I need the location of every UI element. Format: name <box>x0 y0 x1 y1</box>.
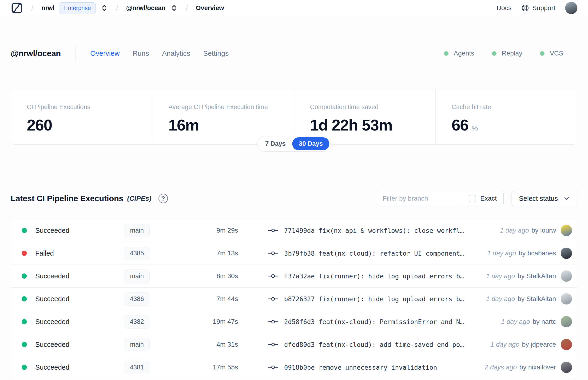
author-avatar <box>561 293 572 304</box>
author-avatar <box>561 270 572 282</box>
nx-cloud-logo-icon[interactable] <box>11 2 23 14</box>
user-avatar[interactable] <box>565 2 577 14</box>
branch-badge[interactable]: 4386 <box>124 292 150 306</box>
docs-link[interactable]: Docs <box>496 4 512 12</box>
branch-filter-input[interactable] <box>376 191 462 206</box>
author-avatar <box>561 362 572 373</box>
stat-value: 16m <box>168 116 287 134</box>
author-label: by bcabanes <box>519 249 556 257</box>
breadcrumb-workspace[interactable]: @nrwl/ocean <box>126 4 165 12</box>
status-dot <box>22 296 27 302</box>
tab-overview[interactable]: Overview <box>90 49 120 57</box>
commit-message[interactable]: 771499da fix(nx-api & workflows): close … <box>284 227 464 234</box>
author-avatar <box>561 339 572 350</box>
top-navbar: / nrwl Enterprise / @nrwl/ocean / Overvi… <box>0 0 588 16</box>
author-label: by StalkAltan <box>518 272 556 280</box>
stat-label: CI Pipeline Executions <box>27 103 145 111</box>
duration-label: 4m 31s <box>172 341 238 348</box>
commit-message[interactable]: 3b79fb38 feat(nx-cloud): refactor UI com… <box>284 250 464 257</box>
support-link[interactable]: Support <box>521 4 555 12</box>
exact-label: Exact <box>480 195 497 202</box>
duration-label: 7m 13s <box>172 249 238 257</box>
status-label: Succeeded <box>35 272 69 280</box>
workspace-tabs: OverviewRunsAnalyticsSettings <box>90 49 229 57</box>
table-row[interactable]: Succeeded 4386 7m 44s b8726327 fix(runne… <box>11 287 577 310</box>
duration-label: 9m 29s <box>172 227 238 234</box>
feature-replay[interactable]: Replay <box>492 50 522 57</box>
git-commit-icon <box>268 272 278 280</box>
author-label: by nixallover <box>519 363 556 371</box>
commit-message[interactable]: b8726327 fix(runner): hide log upload er… <box>284 295 464 303</box>
page-title: @nrwl/ocean <box>11 49 61 58</box>
header-divider <box>76 45 76 61</box>
commit-message[interactable]: f37a32ae fix(runner): hide log upload er… <box>284 272 464 280</box>
git-commit-icon <box>268 318 278 325</box>
commit-message[interactable]: dfed80d3 feat(nx-cloud): add time-saved … <box>284 341 464 348</box>
author-avatar <box>561 225 572 236</box>
git-commit-icon <box>268 227 278 234</box>
commit-message[interactable]: 0918b0be remove unnecessary invalidation <box>284 364 437 371</box>
status-select-button[interactable]: Select status <box>512 191 577 206</box>
exact-checkbox[interactable] <box>469 195 476 202</box>
feature-label: Agents <box>454 50 474 57</box>
time-ago: 1 day ago <box>486 272 515 280</box>
status-label: Failed <box>35 249 54 257</box>
executions-table: Succeeded main 9m 29s 771499da fix(nx-ap… <box>11 219 577 379</box>
org-selector-icon[interactable] <box>100 4 108 12</box>
status-dot-icon <box>444 51 449 56</box>
status-dot-icon <box>540 51 545 56</box>
status-label: Succeeded <box>35 341 69 348</box>
status-label: Succeeded <box>35 318 69 326</box>
branch-badge[interactable]: main <box>124 269 150 283</box>
workspace-header: @nrwl/ocean OverviewRunsAnalyticsSetting… <box>11 44 577 63</box>
breadcrumb-slash: / <box>31 4 33 13</box>
breadcrumb-org[interactable]: nrwl <box>41 4 55 12</box>
tab-settings[interactable]: Settings <box>203 49 229 57</box>
feature-vcs[interactable]: VCS <box>540 50 563 57</box>
branch-badge[interactable]: 4382 <box>124 315 150 328</box>
status-label: Succeeded <box>35 363 69 371</box>
stat-value: 1d 22h 53m <box>310 116 428 134</box>
range-option-7-days[interactable]: 7 Days <box>259 137 292 150</box>
breadcrumb: / nrwl Enterprise / @nrwl/ocean / Overvi… <box>11 2 224 14</box>
table-row[interactable]: Succeeded main 8m 30s f37a32ae fix(runne… <box>11 265 577 287</box>
status-dot <box>22 228 27 233</box>
plan-badge: Enterprise <box>59 2 96 14</box>
feature-agents[interactable]: Agents <box>444 50 474 57</box>
feature-label: VCS <box>550 50 563 57</box>
table-row[interactable]: Succeeded 4382 19m 47s 2d58f6d3 feat(nx-… <box>11 310 577 333</box>
branch-badge[interactable]: 4385 <box>124 247 150 260</box>
branch-badge[interactable]: main <box>124 338 150 351</box>
help-icon[interactable]: ? <box>158 194 168 203</box>
table-row[interactable]: Succeeded 4381 17m 55s 0918b0be remove u… <box>11 356 577 379</box>
executions-title: Latest CI Pipeline Executions <box>11 194 123 203</box>
breadcrumb-page: Overview <box>196 4 224 12</box>
stat-card: CI Pipeline Executions260 <box>11 89 152 144</box>
author-label: by nartc <box>532 318 556 325</box>
table-row[interactable]: Succeeded main 9m 29s 771499da fix(nx-ap… <box>11 219 577 242</box>
life-buoy-icon <box>521 4 529 12</box>
workspace-selector-icon[interactable] <box>170 4 178 12</box>
duration-label: 17m 55s <box>172 363 238 371</box>
range-option-30-days[interactable]: 30 Days <box>292 137 329 150</box>
duration-label: 7m 44s <box>172 295 238 303</box>
branch-badge[interactable]: 4381 <box>124 361 150 374</box>
tab-runs[interactable]: Runs <box>133 49 149 57</box>
time-ago: 1 day ago <box>486 295 515 303</box>
feature-status-list: AgentsReplayVCS <box>426 42 577 65</box>
time-ago: 1 day ago <box>487 249 516 257</box>
status-label: Succeeded <box>35 295 69 303</box>
status-dot <box>22 251 27 256</box>
author-label: by jdpearce <box>522 341 556 348</box>
branch-badge[interactable]: main <box>124 224 150 237</box>
executions-header: Latest CI Pipeline Executions (CIPEs) ? … <box>11 191 577 206</box>
status-label: Succeeded <box>35 227 69 234</box>
feature-label: Replay <box>502 50 522 57</box>
git-commit-icon <box>268 250 278 257</box>
table-row[interactable]: Failed 4385 7m 13s 3b79fb38 feat(nx-clou… <box>11 242 577 265</box>
time-ago: 1 day ago <box>490 341 519 348</box>
tab-analytics[interactable]: Analytics <box>162 49 190 57</box>
table-row[interactable]: Succeeded main 4m 31s dfed80d3 feat(nx-c… <box>11 333 577 356</box>
time-ago: 2 days ago <box>485 363 517 371</box>
commit-message[interactable]: 2d58f6d3 feat(nx-cloud): PermissionError… <box>284 318 464 325</box>
